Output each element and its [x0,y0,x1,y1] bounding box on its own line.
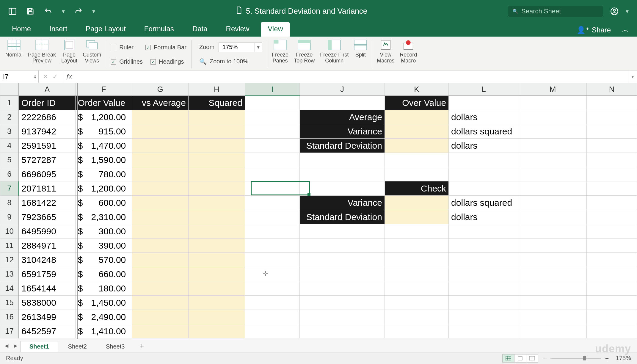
cell-G11[interactable] [132,239,189,253]
col-header-J[interactable]: J [300,83,385,96]
row-header-4[interactable]: 4 [0,139,19,153]
save-icon[interactable] [26,7,34,15]
cell-H15[interactable] [189,296,245,310]
cell-I16[interactable] [245,310,299,324]
tab-data[interactable]: Data [186,22,214,37]
cell-N8[interactable] [587,196,637,210]
cell-F3[interactable]: $915.00 [75,124,132,139]
cell-I15[interactable] [245,296,299,310]
cell-G2[interactable] [132,110,189,124]
cell-N4[interactable] [587,139,637,153]
cell-H2[interactable] [189,110,245,124]
cell-J2[interactable]: Average [300,110,385,124]
cell-I12[interactable] [245,253,299,267]
cell-F17[interactable]: $1,410.00 [75,324,132,338]
headings-checkbox[interactable]: ✓Headings [150,57,184,67]
cell-K6[interactable] [385,167,448,181]
cell-G6[interactable] [132,167,189,181]
redo-icon[interactable] [74,7,83,15]
cell-M9[interactable] [519,210,587,224]
sheet-nav-prev-icon[interactable]: ◀ [2,342,11,350]
cell-F6[interactable]: $780.00 [75,167,132,181]
sheet-tab-1[interactable]: Sheet1 [20,341,58,352]
cell-G1[interactable]: vs Average [132,96,189,110]
cell-A8[interactable]: 1681422 [19,196,75,210]
cell-H14[interactable] [189,281,245,296]
cell-I7[interactable] [245,181,299,196]
cell-H1[interactable]: Squared [189,96,245,110]
record-macro-button[interactable]: Record Macro [400,40,417,64]
cell-L6[interactable] [449,167,519,181]
cell-J6[interactable] [300,167,385,181]
cell-I13[interactable] [245,267,299,281]
cell-K11[interactable] [385,239,448,253]
cell-N2[interactable] [587,110,637,124]
cell-G8[interactable] [132,196,189,210]
cell-L10[interactable] [449,224,519,239]
cell-L8[interactable]: dollars squared [449,196,519,210]
cell-F1[interactable]: Order Value [75,96,132,110]
custom-views-button[interactable]: Custom Views [83,40,101,64]
cell-L12[interactable] [449,253,519,267]
col-header-N[interactable]: N [587,83,637,96]
cell-J10[interactable] [300,224,385,239]
cell-M3[interactable] [519,124,587,139]
cell-M7[interactable] [519,181,587,196]
cell-L13[interactable] [449,267,519,281]
page-break-preview-button[interactable]: Page Break Preview [28,40,56,64]
cell-I4[interactable] [245,139,299,153]
cell-J15[interactable] [300,296,385,310]
normal-view-button[interactable]: Normal [5,40,23,58]
cell-G14[interactable] [132,281,189,296]
zoom-slider[interactable]: − ＋ [544,354,610,362]
cell-L14[interactable] [449,281,519,296]
row-header-17[interactable]: 17 [0,324,19,338]
cell-J4[interactable]: Standard Deviation [300,139,385,153]
zoom-in-icon[interactable]: ＋ [604,354,610,362]
cell-J7[interactable] [300,181,385,196]
cell-L2[interactable]: dollars [449,110,519,124]
row-header-5[interactable]: 5 [0,153,19,167]
cell-F13[interactable]: $660.00 [75,267,132,281]
row-header-13[interactable]: 13 [0,267,19,281]
col-header-L[interactable]: L [449,83,519,96]
row-header-15[interactable]: 15 [0,296,19,310]
cell-N7[interactable] [587,181,637,196]
cell-I5[interactable] [245,153,299,167]
cell-H5[interactable] [189,153,245,167]
cell-M4[interactable] [519,139,587,153]
tab-insert[interactable]: Insert [43,22,74,37]
cell-N9[interactable] [587,210,637,224]
freeze-first-col-button[interactable]: Freeze First Column [320,40,349,64]
cell-A17[interactable]: 6452597 [19,324,75,338]
cell-I8[interactable] [245,196,299,210]
tab-view[interactable]: View [261,22,290,37]
undo-icon[interactable] [44,7,52,15]
qat-customize-icon[interactable]: ▾ [92,8,95,15]
cell-G16[interactable] [132,310,189,324]
cell-L9[interactable]: dollars [449,210,519,224]
cell-G10[interactable] [132,224,189,239]
col-header-M[interactable]: M [519,83,587,96]
cell-J11[interactable] [300,239,385,253]
cell-G9[interactable] [132,210,189,224]
cell-A10[interactable]: 6495990 [19,224,75,239]
cell-J16[interactable] [300,310,385,324]
cell-K13[interactable] [385,267,448,281]
cell-L5[interactable] [449,153,519,167]
cell-K4[interactable] [385,139,448,153]
cell-K7[interactable]: Check [385,181,448,196]
cell-K12[interactable] [385,253,448,267]
chevron-down-icon[interactable]: ▼ [255,43,262,52]
cell-K9[interactable] [385,210,448,224]
cell-H16[interactable] [189,310,245,324]
cell-L15[interactable] [449,296,519,310]
cell-I9[interactable] [245,210,299,224]
cell-L11[interactable] [449,239,519,253]
cell-K15[interactable] [385,296,448,310]
search-input[interactable] [521,7,603,15]
cell-L4[interactable]: dollars [449,139,519,153]
cell-L16[interactable] [449,310,519,324]
cell-K16[interactable] [385,310,448,324]
cell-K3[interactable] [385,124,448,139]
